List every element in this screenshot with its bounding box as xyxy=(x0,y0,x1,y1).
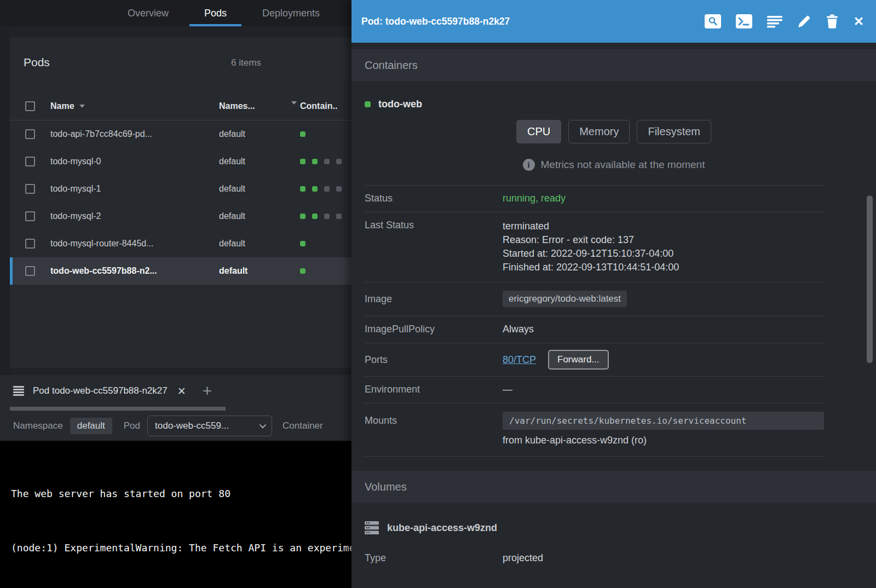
row-volume-type: Type projected xyxy=(365,545,824,572)
container-running-dot xyxy=(300,241,306,246)
metrics-unavailable-note: i Metrics not available at the moment xyxy=(351,159,876,171)
row-label: ImagePullPolicy xyxy=(365,324,503,335)
pod-name-cell: todo-mysql-1 xyxy=(50,184,219,194)
pod-label: Pod xyxy=(124,420,140,431)
status-value: running, ready xyxy=(503,193,824,204)
pods-table-panel: Pods 6 items Name Names... Contain.. xyxy=(10,37,351,368)
logs-toolbar: Namespace default Pod todo-web-cc559... … xyxy=(0,411,351,441)
container-running-dot xyxy=(312,214,318,219)
pod-table-row[interactable]: todo-mysql-router-8445d...default xyxy=(10,230,351,257)
row-checkbox[interactable] xyxy=(25,266,35,276)
pod-name-cell: todo-mysql-0 xyxy=(50,157,219,166)
pod-attach-icon[interactable] xyxy=(705,14,721,28)
pod-table-row[interactable]: todo-mysql-1default xyxy=(10,175,351,203)
close-icon[interactable]: ✕ xyxy=(854,14,864,29)
dock-tab-logs[interactable]: Pod todo-web-cc5597b88-n2k27 xyxy=(33,385,168,396)
namespace-value-badge[interactable]: default xyxy=(70,418,112,434)
container-running-dot xyxy=(300,214,306,219)
dock-tab-scrollbar[interactable] xyxy=(10,407,226,411)
dock-tab-bar: Pod todo-web-cc5597b88-n2k27 ✕ + xyxy=(0,375,351,407)
drawer-header: Pod: todo-web-cc5597b88-n2k27 ✕ xyxy=(351,0,876,43)
environment-value: — xyxy=(503,384,824,395)
pod-containers-cell xyxy=(300,268,351,274)
row-checkbox[interactable] xyxy=(25,129,35,139)
logs-icon xyxy=(13,386,24,396)
volume-type-value: projected xyxy=(503,552,824,564)
terminal-line: (node:1) ExperimentalWarning: The Fetch … xyxy=(11,539,351,557)
pod-table-row[interactable]: todo-mysql-2default xyxy=(10,203,351,230)
pod-select-value: todo-web-cc559... xyxy=(155,420,229,431)
column-header-namespace-label: Names... xyxy=(219,101,255,111)
row-checkbox[interactable] xyxy=(25,211,35,221)
edit-icon[interactable] xyxy=(797,15,811,28)
pod-containers-cell xyxy=(300,186,351,192)
sort-caret-icon xyxy=(291,101,297,105)
container-name: todo-web xyxy=(378,99,422,110)
row-label: Mounts xyxy=(365,412,503,446)
image-badge: ericgregory/todo-web:latest xyxy=(503,291,627,307)
pod-containers-cell xyxy=(300,131,351,137)
pod-table-row[interactable]: todo-mysql-0default xyxy=(10,148,351,175)
tab-overview[interactable]: Overview xyxy=(121,0,175,26)
workloads-tab-bar: Overview Pods Deployments xyxy=(0,0,351,26)
mount-from: from kube-api-access-w9znd (ro) xyxy=(503,435,824,446)
pod-namespace-cell: default xyxy=(219,211,300,221)
row-label: Type xyxy=(365,552,503,564)
row-label: Ports xyxy=(365,354,503,366)
container-stopped-dot xyxy=(324,186,330,192)
row-ports: Ports 80/TCP Forward... xyxy=(365,343,824,377)
metric-tab-memory[interactable]: Memory xyxy=(568,120,630,143)
container-running-dot xyxy=(312,159,318,164)
column-header-namespace[interactable]: Names... xyxy=(219,101,300,111)
namespace-label: Namespace xyxy=(13,420,63,431)
last-status-line: Started at: 2022-09-12T15:10:37-04:00 xyxy=(503,247,824,261)
row-checkbox[interactable] xyxy=(25,184,35,194)
dock-new-tab-icon[interactable]: + xyxy=(203,383,212,399)
metric-tab-cpu[interactable]: CPU xyxy=(516,120,561,143)
pod-shell-icon[interactable] xyxy=(736,14,752,28)
select-all-checkbox[interactable] xyxy=(25,101,35,111)
tab-deployments[interactable]: Deployments xyxy=(256,0,326,26)
drawer-scrollbar[interactable] xyxy=(867,195,873,363)
column-header-name-label: Name xyxy=(50,101,74,111)
pod-table-row[interactable]: todo-api-7b7cc84c69-pd...default xyxy=(10,120,351,148)
items-count: 6 items xyxy=(231,57,261,68)
container-running-dot xyxy=(300,268,306,274)
row-checkbox[interactable] xyxy=(25,239,35,249)
row-label: Status xyxy=(365,193,503,204)
image-pull-policy-value: Always xyxy=(503,324,824,335)
row-status: Status running, ready xyxy=(365,185,824,212)
container-stopped-dot xyxy=(336,214,342,219)
volume-item: kube-api-access-w9znd xyxy=(351,503,876,538)
workloads-view: Overview Pods Deployments Pods 6 items N… xyxy=(0,0,351,588)
logs-terminal-output[interactable]: The web server has started on port 80 (n… xyxy=(0,441,351,588)
tab-pods[interactable]: Pods xyxy=(189,0,241,26)
metrics-message: Metrics not available at the moment xyxy=(541,159,705,171)
port-forward-button[interactable]: Forward... xyxy=(548,350,609,370)
volumes-section-heading: Volumes xyxy=(351,471,876,503)
container-stopped-dot xyxy=(324,214,330,219)
dock-tab-close-icon[interactable]: ✕ xyxy=(177,385,186,397)
pod-name-cell: todo-mysql-router-8445d... xyxy=(50,239,219,249)
pod-details-drawer: Pod: todo-web-cc5597b88-n2k27 ✕ xyxy=(351,0,876,588)
container-item: todo-web xyxy=(351,81,876,111)
pod-name-cell: todo-mysql-2 xyxy=(50,211,219,221)
pod-namespace-cell: default xyxy=(219,266,300,276)
row-label: Environment xyxy=(365,384,503,395)
delete-icon[interactable] xyxy=(826,14,839,28)
pod-table-row[interactable]: todo-web-cc5597b88-n2...default xyxy=(10,257,351,285)
pod-logs-icon[interactable] xyxy=(767,15,782,28)
column-header-containers[interactable]: Contain.. xyxy=(300,101,351,111)
containers-section-heading: Containers xyxy=(351,49,876,81)
column-header-name[interactable]: Name xyxy=(50,101,219,111)
drawer-actions: ✕ xyxy=(705,14,864,29)
pod-name-cell: todo-api-7b7cc84c69-pd... xyxy=(50,129,219,139)
pod-select-dropdown[interactable]: todo-web-cc559... xyxy=(147,416,272,436)
select-all-cell xyxy=(25,101,35,111)
metric-tab-filesystem[interactable]: Filesystem xyxy=(637,120,711,143)
port-link[interactable]: 80/TCP xyxy=(503,354,536,366)
page-title: Pods xyxy=(24,56,50,69)
row-checkbox[interactable] xyxy=(25,157,35,166)
pods-table-body: todo-api-7b7cc84c69-pd...defaulttodo-mys… xyxy=(10,120,351,285)
row-image: Image ericgregory/todo-web:latest xyxy=(365,283,824,316)
